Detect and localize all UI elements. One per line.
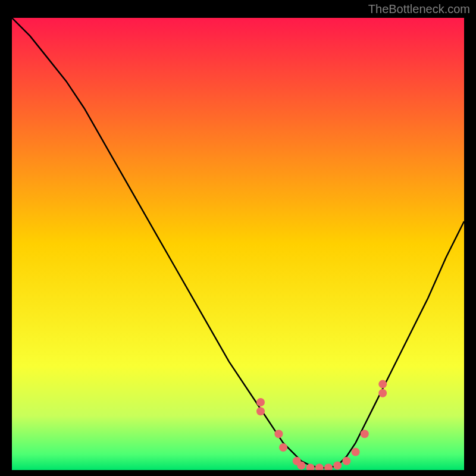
chart-background	[12, 18, 464, 470]
highlight-dot	[361, 430, 369, 438]
highlight-dot	[256, 398, 265, 406]
highlight-dot	[333, 461, 342, 469]
chart-svg	[12, 18, 464, 470]
highlight-dot	[378, 380, 387, 389]
highlight-dot	[352, 448, 360, 456]
highlight-dot	[256, 407, 265, 415]
chart-frame	[12, 18, 464, 470]
highlight-dot	[378, 389, 387, 397]
highlight-dot	[279, 443, 287, 452]
watermark: TheBottleneck.com	[368, 2, 470, 16]
highlight-dot	[297, 461, 305, 469]
highlight-dot	[342, 457, 350, 465]
highlight-dot	[274, 430, 283, 438]
